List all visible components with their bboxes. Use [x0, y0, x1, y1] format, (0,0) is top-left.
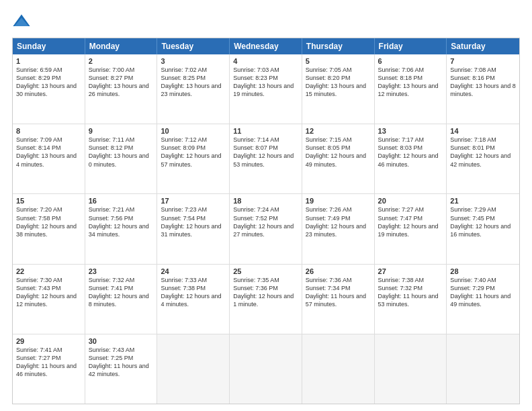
day-cell-7: 7Sunrise: 7:08 AMSunset: 8:16 PMDaylight…	[447, 54, 519, 124]
day-cell-22: 22Sunrise: 7:30 AMSunset: 7:43 PMDayligh…	[13, 265, 85, 334]
day-number: 15	[16, 197, 81, 205]
header	[12, 12, 520, 31]
day-info: Sunrise: 7:26 AMSunset: 7:49 PMDaylight:…	[306, 205, 371, 238]
day-number: 16	[89, 197, 154, 205]
day-cell-6: 6Sunrise: 7:06 AMSunset: 8:18 PMDaylight…	[375, 54, 447, 124]
day-cell-1: 1Sunrise: 6:59 AMSunset: 8:29 PMDaylight…	[13, 54, 85, 124]
day-cell-18: 18Sunrise: 7:24 AMSunset: 7:52 PMDayligh…	[230, 194, 302, 263]
page: SundayMondayTuesdayWednesdayThursdayFrid…	[0, 0, 532, 411]
day-number: 1	[16, 57, 81, 65]
calendar-row: 22Sunrise: 7:30 AMSunset: 7:43 PMDayligh…	[13, 264, 519, 334]
day-info: Sunrise: 7:20 AMSunset: 7:58 PMDaylight:…	[16, 205, 81, 238]
day-number: 10	[161, 127, 226, 135]
calendar-row: 1Sunrise: 6:59 AMSunset: 8:29 PMDaylight…	[13, 54, 519, 124]
logo	[12, 12, 34, 31]
logo-icon	[12, 12, 31, 31]
day-header-sunday: Sunday	[13, 38, 85, 54]
day-info: Sunrise: 7:00 AMSunset: 8:27 PMDaylight:…	[89, 66, 154, 99]
day-number: 6	[378, 57, 443, 65]
day-number: 25	[233, 267, 298, 275]
day-info: Sunrise: 6:59 AMSunset: 8:29 PMDaylight:…	[16, 66, 81, 99]
day-number: 7	[450, 57, 516, 65]
day-number: 4	[233, 57, 298, 65]
day-info: Sunrise: 7:15 AMSunset: 8:05 PMDaylight:…	[306, 136, 371, 169]
day-info: Sunrise: 7:27 AMSunset: 7:47 PMDaylight:…	[378, 205, 443, 238]
day-cell-29: 29Sunrise: 7:41 AMSunset: 7:27 PMDayligh…	[13, 334, 85, 404]
day-info: Sunrise: 7:43 AMSunset: 7:25 PMDaylight:…	[89, 346, 154, 379]
day-number: 17	[161, 197, 226, 205]
day-info: Sunrise: 7:32 AMSunset: 7:41 PMDaylight:…	[89, 276, 154, 309]
day-cell-14: 14Sunrise: 7:18 AMSunset: 8:01 PMDayligh…	[447, 124, 519, 193]
day-info: Sunrise: 7:11 AMSunset: 8:12 PMDaylight:…	[89, 136, 154, 169]
day-cell-10: 10Sunrise: 7:12 AMSunset: 8:09 PMDayligh…	[157, 124, 230, 193]
day-cell-12: 12Sunrise: 7:15 AMSunset: 8:05 PMDayligh…	[302, 124, 375, 193]
day-number: 19	[306, 197, 371, 205]
day-info: Sunrise: 7:21 AMSunset: 7:56 PMDaylight:…	[89, 205, 154, 238]
day-info: Sunrise: 7:14 AMSunset: 8:07 PMDaylight:…	[233, 136, 298, 169]
day-info: Sunrise: 7:06 AMSunset: 8:18 PMDaylight:…	[378, 66, 443, 99]
day-cell-25: 25Sunrise: 7:35 AMSunset: 7:36 PMDayligh…	[230, 265, 302, 334]
day-cell-23: 23Sunrise: 7:32 AMSunset: 7:41 PMDayligh…	[85, 265, 158, 334]
empty-cell	[302, 334, 375, 404]
day-cell-26: 26Sunrise: 7:36 AMSunset: 7:34 PMDayligh…	[302, 265, 375, 334]
day-number: 2	[89, 57, 154, 65]
day-number: 12	[306, 127, 371, 135]
day-number: 18	[233, 197, 298, 205]
day-info: Sunrise: 7:24 AMSunset: 7:52 PMDaylight:…	[233, 205, 298, 238]
day-info: Sunrise: 7:03 AMSunset: 8:23 PMDaylight:…	[233, 66, 298, 99]
day-info: Sunrise: 7:30 AMSunset: 7:43 PMDaylight:…	[16, 276, 81, 309]
day-cell-9: 9Sunrise: 7:11 AMSunset: 8:12 PMDaylight…	[85, 124, 158, 193]
day-number: 26	[306, 267, 371, 275]
day-header-wednesday: Wednesday	[230, 38, 302, 54]
day-header-friday: Friday	[375, 38, 447, 54]
day-cell-4: 4Sunrise: 7:03 AMSunset: 8:23 PMDaylight…	[230, 54, 302, 124]
day-info: Sunrise: 7:41 AMSunset: 7:27 PMDaylight:…	[16, 346, 81, 379]
day-info: Sunrise: 7:23 AMSunset: 7:54 PMDaylight:…	[161, 205, 226, 238]
day-info: Sunrise: 7:33 AMSunset: 7:38 PMDaylight:…	[161, 276, 226, 309]
empty-cell	[447, 334, 519, 404]
day-info: Sunrise: 7:02 AMSunset: 8:25 PMDaylight:…	[161, 66, 226, 99]
calendar: SundayMondayTuesdayWednesdayThursdayFrid…	[12, 38, 520, 404]
day-cell-28: 28Sunrise: 7:40 AMSunset: 7:29 PMDayligh…	[447, 265, 519, 334]
day-info: Sunrise: 7:29 AMSunset: 7:45 PMDaylight:…	[450, 205, 516, 238]
day-cell-13: 13Sunrise: 7:17 AMSunset: 8:03 PMDayligh…	[375, 124, 447, 193]
day-number: 14	[450, 127, 516, 135]
day-header-thursday: Thursday	[302, 38, 375, 54]
calendar-row: 15Sunrise: 7:20 AMSunset: 7:58 PMDayligh…	[13, 193, 519, 263]
day-cell-11: 11Sunrise: 7:14 AMSunset: 8:07 PMDayligh…	[230, 124, 302, 193]
day-header-monday: Monday	[85, 38, 158, 54]
calendar-row: 29Sunrise: 7:41 AMSunset: 7:27 PMDayligh…	[13, 334, 519, 404]
calendar-body: 1Sunrise: 6:59 AMSunset: 8:29 PMDaylight…	[13, 54, 519, 404]
day-cell-16: 16Sunrise: 7:21 AMSunset: 7:56 PMDayligh…	[85, 194, 158, 263]
day-number: 24	[161, 267, 226, 275]
day-cell-15: 15Sunrise: 7:20 AMSunset: 7:58 PMDayligh…	[13, 194, 85, 263]
day-number: 3	[161, 57, 226, 65]
day-info: Sunrise: 7:08 AMSunset: 8:16 PMDaylight:…	[450, 66, 516, 99]
calendar-row: 8Sunrise: 7:09 AMSunset: 8:14 PMDaylight…	[13, 124, 519, 193]
day-header-tuesday: Tuesday	[157, 38, 230, 54]
day-info: Sunrise: 7:05 AMSunset: 8:20 PMDaylight:…	[306, 66, 371, 99]
day-number: 27	[378, 267, 443, 275]
day-number: 8	[16, 127, 81, 135]
day-info: Sunrise: 7:38 AMSunset: 7:32 PMDaylight:…	[378, 276, 443, 309]
calendar-header: SundayMondayTuesdayWednesdayThursdayFrid…	[13, 38, 519, 54]
day-number: 11	[233, 127, 298, 135]
day-info: Sunrise: 7:12 AMSunset: 8:09 PMDaylight:…	[161, 136, 226, 169]
day-header-saturday: Saturday	[447, 38, 519, 54]
day-number: 21	[450, 197, 516, 205]
day-cell-17: 17Sunrise: 7:23 AMSunset: 7:54 PMDayligh…	[157, 194, 230, 263]
day-cell-20: 20Sunrise: 7:27 AMSunset: 7:47 PMDayligh…	[375, 194, 447, 263]
day-number: 23	[89, 267, 154, 275]
day-cell-24: 24Sunrise: 7:33 AMSunset: 7:38 PMDayligh…	[157, 265, 230, 334]
day-cell-3: 3Sunrise: 7:02 AMSunset: 8:25 PMDaylight…	[157, 54, 230, 124]
day-number: 9	[89, 127, 154, 135]
day-cell-27: 27Sunrise: 7:38 AMSunset: 7:32 PMDayligh…	[375, 265, 447, 334]
day-info: Sunrise: 7:09 AMSunset: 8:14 PMDaylight:…	[16, 136, 81, 169]
day-number: 28	[450, 267, 516, 275]
day-cell-8: 8Sunrise: 7:09 AMSunset: 8:14 PMDaylight…	[13, 124, 85, 193]
empty-cell	[157, 334, 230, 404]
day-cell-5: 5Sunrise: 7:05 AMSunset: 8:20 PMDaylight…	[302, 54, 375, 124]
day-info: Sunrise: 7:36 AMSunset: 7:34 PMDaylight:…	[306, 276, 371, 309]
day-number: 22	[16, 267, 81, 275]
day-info: Sunrise: 7:35 AMSunset: 7:36 PMDaylight:…	[233, 276, 298, 309]
